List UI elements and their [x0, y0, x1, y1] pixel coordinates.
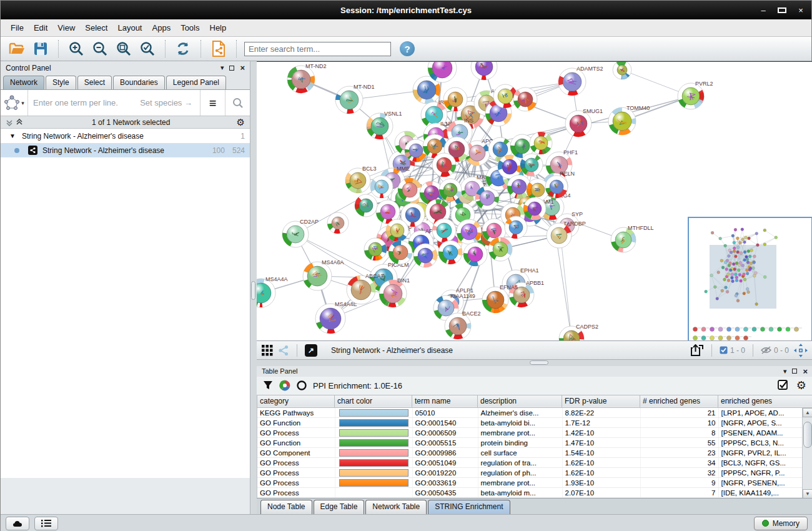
network-node[interactable]: [613, 62, 631, 79]
panel-close-icon[interactable]: ×: [803, 367, 808, 376]
table-row[interactable]: GO ComponentGO:0009986cell surface1.54E-…: [257, 448, 812, 458]
birds-eye-view[interactable]: [688, 217, 812, 341]
table-row[interactable]: GO FunctionGO:0005515protein binding1.47…: [257, 438, 812, 448]
panel-menu-icon[interactable]: ▾: [220, 64, 224, 72]
table-row[interactable]: GO ProcessGO:0033619membrane prot...1.93…: [257, 478, 812, 488]
chevron-down-icon[interactable]: ▾: [21, 100, 24, 106]
network-node[interactable]: [523, 197, 546, 220]
table-row[interactable]: GO ProcessGO:0006509membrane prot...1.42…: [257, 428, 812, 438]
network-node[interactable]: PVRL2: [678, 81, 713, 109]
menu-tools[interactable]: Tools: [176, 21, 204, 34]
enrichment-table[interactable]: KEGG Pathways05010Alzheimer's dise...8.8…: [257, 408, 812, 498]
scroll-up-icon[interactable]: ▲: [803, 408, 812, 417]
collapse-all-icon[interactable]: [6, 119, 13, 126]
scrollbar-thumb[interactable]: [803, 422, 812, 448]
network-node[interactable]: [443, 87, 467, 111]
table-row[interactable]: GO FunctionGO:0001540beta-amyloid bi...1…: [257, 418, 812, 428]
column-header[interactable]: chart color: [335, 395, 412, 407]
column-header[interactable]: FDR p-value: [562, 395, 640, 407]
select-terms-icon[interactable]: [778, 380, 789, 391]
network-node[interactable]: [457, 219, 482, 244]
table-scrollbar[interactable]: ▲ ▼: [802, 408, 812, 498]
close-button[interactable]: ×: [796, 6, 805, 15]
network-node[interactable]: [413, 244, 437, 267]
string-search-button[interactable]: [225, 90, 250, 116]
zoom-fit-button[interactable]: [114, 39, 134, 58]
network-node[interactable]: ADAMTS2: [558, 66, 603, 96]
filter-icon[interactable]: [263, 380, 273, 390]
column-header[interactable]: term name: [412, 395, 478, 407]
birdseye-toggle-icon[interactable]: [794, 344, 808, 357]
network-collection-row[interactable]: ▼ String Network - Alzheimer's disease 1: [1, 129, 250, 143]
network-node[interactable]: [439, 179, 462, 201]
network-node[interactable]: TARDBP: [547, 221, 586, 248]
network-node[interactable]: [513, 87, 537, 111]
tab-edge-table[interactable]: Edge Table: [314, 500, 365, 514]
network-node[interactable]: [355, 194, 377, 217]
tab-legend-panel[interactable]: Legend Panel: [166, 76, 226, 89]
memory-button[interactable]: Memory: [754, 517, 808, 530]
network-node[interactable]: MS4A4E: [315, 301, 357, 334]
column-header[interactable]: # enriched genes: [640, 395, 718, 407]
detach-view-button[interactable]: ↗: [305, 344, 317, 357]
menu-file[interactable]: File: [6, 21, 29, 34]
column-header[interactable]: category: [257, 395, 335, 407]
vertical-splitter[interactable]: [250, 61, 257, 514]
network-node[interactable]: [545, 176, 568, 198]
refresh-button[interactable]: [173, 39, 193, 58]
pie-chart-icon[interactable]: [279, 380, 290, 391]
network-node[interactable]: [432, 153, 456, 177]
menu-select[interactable]: Select: [80, 21, 112, 34]
column-header[interactable]: enriched genes: [718, 395, 812, 407]
network-node[interactable]: [520, 154, 543, 176]
save-session-button[interactable]: [31, 39, 51, 58]
table-row[interactable]: GO ProcessGO:0019220regulation of ph...1…: [257, 468, 812, 478]
panel-menu-icon[interactable]: ▾: [783, 367, 787, 375]
network-canvas[interactable]: MT-ND2MT-ND1VSNL1GAB2IRS1CHATABCA1ACHEIL…: [257, 61, 812, 341]
network-node[interactable]: [463, 242, 487, 266]
task-history-button[interactable]: [6, 517, 29, 530]
help-button[interactable]: ?: [400, 41, 415, 56]
network-node[interactable]: MS4A6A: [303, 259, 344, 290]
tab-style[interactable]: Style: [46, 76, 76, 89]
panel-float-icon[interactable]: [792, 369, 797, 374]
network-node[interactable]: TOMM40: [608, 105, 650, 135]
export-network-icon[interactable]: [690, 344, 704, 357]
tab-node-table[interactable]: Node Table: [260, 500, 312, 514]
network-from-file-button[interactable]: [209, 39, 229, 58]
network-node[interactable]: [530, 132, 552, 154]
table-row[interactable]: KEGG Pathways05010Alzheimer's dise...8.8…: [257, 408, 812, 418]
network-node[interactable]: [488, 237, 512, 261]
search-input[interactable]: [244, 42, 391, 56]
network-node[interactable]: MS4A4A: [257, 276, 288, 307]
network-node[interactable]: [438, 241, 462, 264]
string-options-button[interactable]: ≡: [200, 90, 225, 116]
network-node[interactable]: CADPS2: [559, 324, 598, 341]
menu-edit[interactable]: Edit: [29, 21, 52, 34]
ring-chart-icon[interactable]: [297, 380, 307, 390]
maximize-button[interactable]: [778, 6, 786, 15]
horizontal-splitter[interactable]: [257, 360, 812, 366]
collapse-triangle-icon[interactable]: ▼: [9, 132, 16, 139]
menu-layout[interactable]: Layout: [112, 21, 147, 34]
table-row[interactable]: GO ProcessGO:0050435beta-amyloid m...2.0…: [257, 488, 812, 498]
network-node[interactable]: MTHFDLL: [611, 225, 654, 252]
grid-view-icon[interactable]: [262, 345, 273, 356]
network-node[interactable]: MT-ND1: [335, 84, 375, 114]
open-session-button[interactable]: [7, 39, 27, 58]
splitter-handle[interactable]: [251, 281, 255, 300]
network-node[interactable]: VSNL1: [367, 111, 402, 139]
menu-apps[interactable]: Apps: [147, 21, 176, 34]
splitter-handle[interactable]: [530, 360, 548, 365]
tab-select[interactable]: Select: [77, 76, 112, 89]
zoom-out-button[interactable]: [90, 39, 110, 58]
menu-view[interactable]: View: [52, 21, 80, 34]
network-node[interactable]: [398, 178, 422, 202]
network-node[interactable]: [389, 241, 412, 264]
menu-help[interactable]: Help: [205, 21, 232, 34]
string-logo[interactable]: ▾: [1, 90, 28, 116]
network-node[interactable]: [364, 238, 387, 261]
tab-network[interactable]: Network: [3, 76, 44, 89]
set-species-hint[interactable]: Set species →: [140, 98, 192, 107]
network-node[interactable]: [505, 216, 527, 239]
